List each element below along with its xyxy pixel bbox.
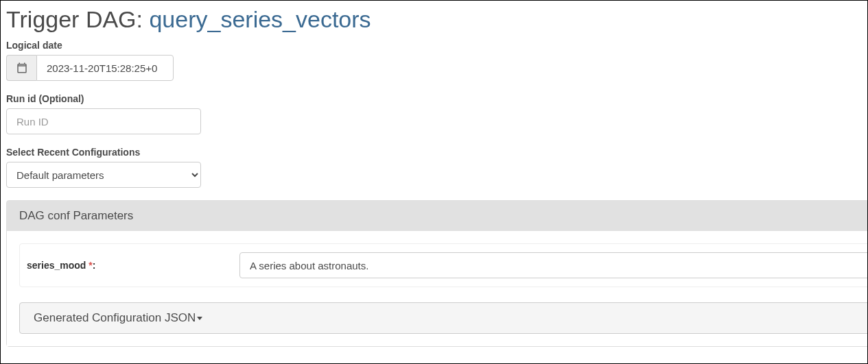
logical-date-input[interactable] [36,55,174,81]
param-name: series_mood [27,260,86,271]
recent-config-label: Select Recent Configurations [6,147,862,158]
run-id-input[interactable] [6,108,201,134]
dag-name-link[interactable]: query_series_vectors [149,6,371,32]
generated-json-toggle[interactable]: Generated Configuration JSON [19,302,868,334]
recent-config-group: Select Recent Configurations Default par… [6,147,862,188]
dag-conf-panel: DAG conf Parameters series_mood *: Gener… [6,200,868,347]
chevron-down-icon [197,317,202,320]
logical-date-label: Logical date [6,40,862,51]
run-id-group: Run id (Optional) [6,93,862,134]
param-row-series-mood: series_mood *: [19,243,868,287]
run-id-label: Run id (Optional) [6,93,862,104]
dag-conf-body: series_mood *: Generated Configuration J… [7,231,868,346]
json-toggle-label: Generated Configuration JSON [34,311,196,324]
page-title: Trigger DAG: query_series_vectors [6,6,862,33]
logical-date-input-group [6,55,862,81]
recent-config-select[interactable]: Default parameters [6,162,201,188]
param-label-series-mood: series_mood *: [27,260,239,271]
calendar-icon[interactable] [6,55,36,81]
logical-date-group: Logical date [6,40,862,81]
dag-conf-heading: DAG conf Parameters [7,201,868,231]
title-prefix: Trigger DAG: [6,6,149,32]
series-mood-input[interactable] [239,252,868,278]
